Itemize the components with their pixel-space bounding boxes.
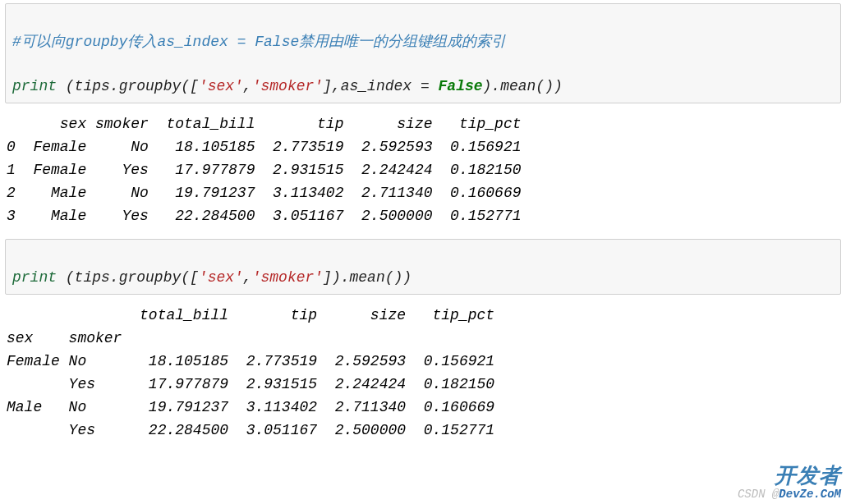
string-literal-sex: 'sex' (199, 269, 243, 286)
string-literal-sex: 'sex' (199, 78, 243, 94)
code-text: (tips.groupby([ (57, 78, 199, 94)
print-func: print (12, 78, 57, 94)
table-row: Male No 19.791237 3.113402 2.711340 0.16… (7, 399, 494, 415)
code-text: , (243, 78, 252, 94)
code-text: (tips.groupby([ (57, 269, 199, 286)
table-row: 0 Female No 18.105185 2.773519 2.592593 … (7, 139, 522, 155)
code-text: ]).mean()) (323, 269, 412, 286)
code-text: , (243, 269, 252, 286)
code-comment: #可以向groupby传入as_index = False禁用由唯一的分组键组成… (12, 34, 506, 50)
table-index-header: sex smoker (7, 330, 494, 346)
string-literal-smoker: 'smoker' (252, 78, 323, 94)
table-header: sex smoker total_bill tip size tip_pct (7, 116, 522, 132)
output-block-2: total_bill tip size tip_pct sex smoker F… (0, 301, 846, 450)
table-row: Female No 18.105185 2.773519 2.592593 0.… (7, 353, 494, 369)
table-row: 2 Male No 19.791237 3.113402 2.711340 0.… (7, 185, 522, 201)
code-cell-2: print (tips.groupby(['sex','smoker']).me… (5, 239, 841, 295)
table-row: 3 Male Yes 22.284500 3.051167 2.500000 0… (7, 208, 522, 224)
print-func: print (12, 269, 57, 286)
table-row: Yes 22.284500 3.051167 2.500000 0.152771 (7, 422, 494, 438)
output-block-1: sex smoker total_bill tip size tip_pct 0… (0, 110, 846, 236)
table-row: 1 Female Yes 17.977879 2.931515 2.242424… (7, 162, 522, 178)
keyword-false: False (439, 78, 483, 94)
code-text: ).mean()) (483, 78, 563, 94)
code-text: ],as_index = (323, 78, 438, 94)
code-cell-1: #可以向groupby传入as_index = False禁用由唯一的分组键组成… (5, 3, 841, 103)
string-literal-smoker: 'smoker' (252, 269, 323, 286)
table-row: Yes 17.977879 2.931515 2.242424 0.182150 (7, 376, 494, 392)
table-header: total_bill tip size tip_pct (7, 307, 494, 323)
